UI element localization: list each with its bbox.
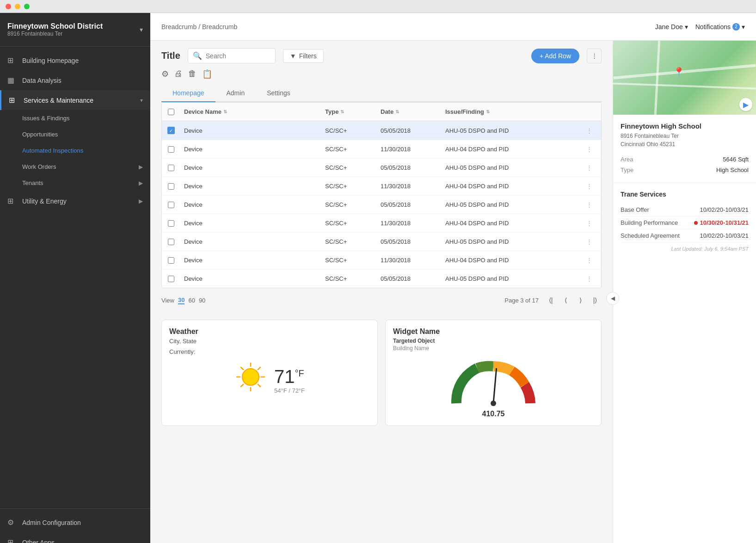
maximize-button[interactable] xyxy=(24,4,30,9)
table-row: Device SC/SC+ 11/30/2018 AHU-04 DSPO and… xyxy=(162,214,601,233)
type-label: Type xyxy=(621,167,633,173)
row-date: 05/05/2018 xyxy=(377,270,442,288)
first-page-button[interactable]: ⟨| xyxy=(544,294,557,307)
weather-city: City, State xyxy=(169,338,370,345)
row-checkbox[interactable] xyxy=(168,220,174,227)
temp-range: 54°F / 72°F xyxy=(274,387,305,394)
row-menu-button[interactable]: ⋮ xyxy=(586,201,592,208)
sort-icon[interactable]: ⇅ xyxy=(340,109,344,114)
weather-widget: Weather City, State Currently: xyxy=(161,320,378,426)
service-row-base-offer: Base Offer 10/02/20-10/03/21 xyxy=(621,204,749,216)
more-options-button[interactable]: ⋮ xyxy=(587,49,602,63)
row-type: SC/SC+ xyxy=(321,270,377,288)
weather-currently-label: Currently: xyxy=(169,348,370,355)
row-type: SC/SC+ xyxy=(321,251,377,269)
chevron-down-icon[interactable]: ▾ xyxy=(140,26,143,33)
row-checkbox[interactable] xyxy=(168,165,174,171)
minimize-button[interactable] xyxy=(15,4,20,9)
row-menu-button[interactable]: ⋮ xyxy=(586,257,592,264)
row-device-name: Device xyxy=(180,121,321,140)
view-30-button[interactable]: 30 xyxy=(178,296,184,304)
utility-icon: ⊞ xyxy=(7,197,17,205)
row-checkbox[interactable] xyxy=(168,257,174,264)
search-input[interactable] xyxy=(206,52,270,60)
row-checkbox[interactable] xyxy=(168,276,174,282)
view-label: View xyxy=(161,297,174,304)
table-row: Device SC/SC+ 11/30/2018 AHU-04 DSPO and… xyxy=(162,251,601,270)
sort-icon[interactable]: ⇅ xyxy=(395,109,399,114)
table-row: Device SC/SC+ 05/05/2018 AHU-05 DSPO and… xyxy=(162,196,601,214)
building-address: 8916 Fontainebleau Ter Cincinnati Ohio 4… xyxy=(621,132,749,148)
sidebar-item-services-maintenance[interactable]: ⊞ Services & Maintenance ▾ xyxy=(0,90,150,110)
tab-admin[interactable]: Admin xyxy=(215,85,256,102)
tab-settings[interactable]: Settings xyxy=(256,85,301,102)
svg-line-5 xyxy=(241,367,243,370)
row-menu-button[interactable]: ⋮ xyxy=(586,127,592,134)
row-menu-button[interactable]: ⋮ xyxy=(586,238,592,245)
row-menu-button[interactable]: ⋮ xyxy=(586,183,592,190)
row-checkbox[interactable]: ✓ xyxy=(167,127,175,134)
row-menu-button[interactable]: ⋮ xyxy=(586,146,592,153)
row-date: 05/05/2018 xyxy=(377,159,442,177)
print-icon[interactable]: 🖨 xyxy=(174,69,183,79)
row-menu-button[interactable]: ⋮ xyxy=(586,220,592,227)
panel-collapse-toggle[interactable]: ◀ xyxy=(606,292,619,305)
page-info: Page 3 of 17 xyxy=(504,297,539,304)
meta-row-type: Type High School xyxy=(621,165,749,175)
sun-icon xyxy=(234,361,267,400)
sidebar-header[interactable]: Finneytown School District 8916 Fontainb… xyxy=(0,13,150,47)
row-type: SC/SC+ xyxy=(321,233,377,251)
sort-icon[interactable]: ⇅ xyxy=(486,109,490,114)
row-checkbox[interactable] xyxy=(168,183,174,190)
sort-icon[interactable]: ⇅ xyxy=(223,109,227,114)
sidebar-sub-item-opportunities[interactable]: Opportunities xyxy=(0,126,150,142)
settings-icon[interactable]: ⚙ xyxy=(161,69,169,79)
last-page-button[interactable]: |⟩ xyxy=(589,294,602,307)
row-issue: AHU-05 DSPO and PID xyxy=(442,233,583,251)
building-meta: Area 5646 Sqft Type High School xyxy=(621,154,749,175)
sidebar-item-utility-energy[interactable]: ⊞ Utility & Energy ▶ xyxy=(0,191,150,211)
sidebar-sub-item-automated-inspections[interactable]: Automated Inspections xyxy=(0,142,150,159)
tab-homepage[interactable]: Homepage xyxy=(161,85,215,102)
select-all-checkbox[interactable] xyxy=(168,109,174,115)
copy-icon[interactable]: 📋 xyxy=(202,69,212,79)
close-button[interactable] xyxy=(6,4,11,9)
view-60-button[interactable]: 60 xyxy=(188,297,195,304)
notifications-button[interactable]: Notifications 2 ▾ xyxy=(695,23,745,31)
row-device-name: Device xyxy=(180,270,321,288)
sidebar-item-label: Data Analysis xyxy=(22,77,143,84)
sidebar-item-other-apps[interactable]: ⊞ Other Apps xyxy=(0,532,150,543)
user-menu[interactable]: Jane Doe ▾ xyxy=(655,23,688,31)
filters-button[interactable]: ▼ Filters xyxy=(283,49,324,63)
next-page-button[interactable]: ⟩ xyxy=(574,294,587,307)
type-value: High School xyxy=(716,167,749,173)
prev-page-button[interactable]: ⟨ xyxy=(559,294,572,307)
org-address: 8916 Fontainbleau Ter xyxy=(7,31,103,37)
sidebar-sub-item-tenants[interactable]: Tenants▶ xyxy=(0,175,150,191)
row-checkbox[interactable] xyxy=(168,146,174,153)
area-value: 5646 Sqft xyxy=(723,156,749,163)
row-checkbox[interactable] xyxy=(168,239,174,245)
sidebar-item-building-homepage[interactable]: ⊞ Building Homepage xyxy=(0,50,150,70)
row-issue: AHU-04 DSPO and PID xyxy=(442,177,583,195)
map-navigation-button[interactable]: ▶ xyxy=(739,98,752,111)
sidebar-sub-item-work-orders[interactable]: Work Orders▶ xyxy=(0,159,150,175)
row-type: SC/SC+ xyxy=(321,177,377,195)
sidebar-item-data-analysis[interactable]: ▦ Data Analysis xyxy=(0,70,150,90)
svg-line-8 xyxy=(241,384,243,387)
sidebar-item-admin-configuration[interactable]: ⚙ Admin Configuration xyxy=(0,512,150,532)
row-checkbox[interactable] xyxy=(168,202,174,208)
pagination-row: View 30 60 90 Page 3 of 17 ⟨| ⟨ ⟩ |⟩ xyxy=(161,288,602,312)
page-navigation: ⟨| ⟨ ⟩ |⟩ xyxy=(544,294,602,307)
sidebar-item-label: Admin Configuration xyxy=(22,519,143,526)
row-menu-button[interactable]: ⋮ xyxy=(586,275,592,282)
view-90-button[interactable]: 90 xyxy=(199,297,205,304)
row-menu-button[interactable]: ⋮ xyxy=(586,164,592,171)
table-row: ✓ Device SC/SC+ 05/05/2018 AHU-05 DSPO a… xyxy=(162,121,601,140)
add-row-button[interactable]: + Add Row xyxy=(531,49,579,63)
delete-icon[interactable]: 🗑 xyxy=(188,69,197,79)
table-row: Device SC/SC+ 05/05/2018 AHU-05 DSPO and… xyxy=(162,233,601,251)
chevron-right-icon: ▶ xyxy=(139,198,143,204)
sidebar-sub-item-issues-findings[interactable]: Issues & Findings xyxy=(0,110,150,126)
column-header-date: Date ⇅ xyxy=(377,103,442,121)
